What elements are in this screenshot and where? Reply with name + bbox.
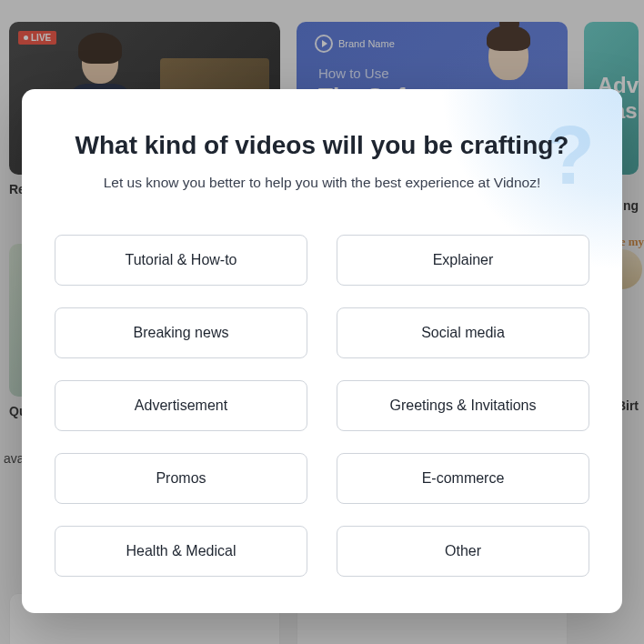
- option-greetings-invitations[interactable]: Greetings & Invitations: [337, 380, 589, 431]
- onboarding-modal: ? What kind of videos will you be crafti…: [22, 89, 622, 613]
- option-promos[interactable]: Promos: [55, 453, 307, 504]
- option-breaking-news[interactable]: Breaking news: [55, 307, 307, 358]
- option-advertisement[interactable]: Advertisement: [55, 380, 307, 431]
- option-health-medical[interactable]: Health & Medical: [55, 526, 307, 577]
- modal-title: What kind of videos will you be crafting…: [55, 131, 589, 160]
- option-tutorial-howto[interactable]: Tutorial & How-to: [55, 235, 307, 286]
- option-ecommerce[interactable]: E-commerce: [337, 453, 589, 504]
- modal-subtitle: Let us know you better to help you with …: [55, 175, 589, 191]
- option-other[interactable]: Other: [337, 526, 589, 577]
- option-explainer[interactable]: Explainer: [337, 235, 589, 286]
- options-grid: Tutorial & How-to Explainer Breaking new…: [55, 235, 589, 577]
- option-social-media[interactable]: Social media: [337, 307, 589, 358]
